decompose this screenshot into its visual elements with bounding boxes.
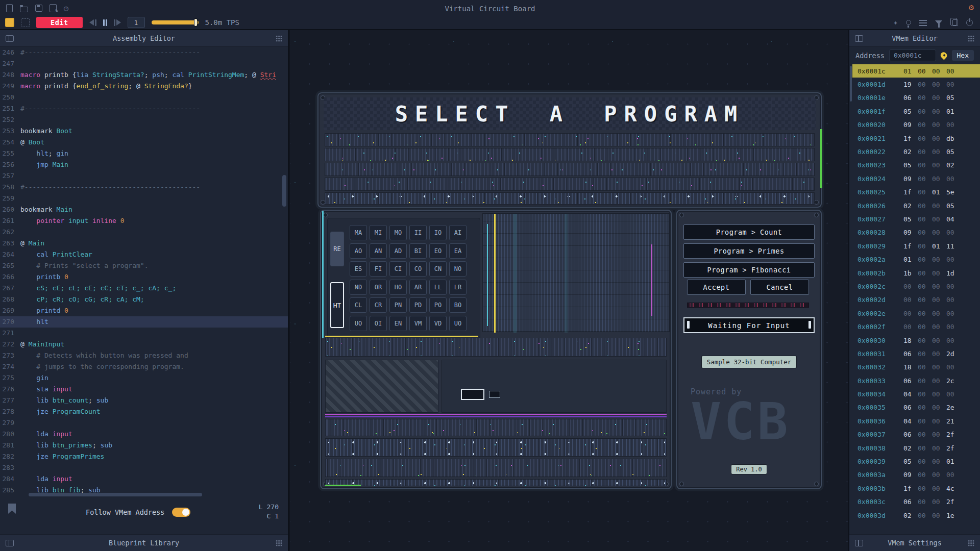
vmem-row-0x0002a[interactable]: 0x0002a01000000	[852, 253, 980, 266]
code-line-251[interactable]: 251#------------------------------------…	[0, 103, 288, 114]
keypad-key-bo-45[interactable]: BO	[449, 297, 467, 313]
keypad-key-ai-05[interactable]: AI	[449, 225, 467, 240]
program-button-0[interactable]: Program > Count	[683, 224, 815, 240]
code-line-277[interactable]: 277 lib btn_count; sub	[0, 395, 288, 406]
copy-icon[interactable]	[952, 19, 958, 26]
vmem-row-0x00039[interactable]: 0x0003905000001	[852, 455, 980, 468]
code-line-249[interactable]: 249macro printd {end_of_string; @ String…	[0, 81, 288, 92]
vmem-row-0x00022[interactable]: 0x0002202000005	[852, 145, 980, 158]
vmem-row-0x00027[interactable]: 0x0002705000004	[852, 212, 980, 226]
code-line-272[interactable]: 272@ MainInput	[0, 339, 288, 350]
keypad-key-ci-22[interactable]: CI	[389, 261, 407, 277]
keypad-key-co-23[interactable]: CO	[409, 261, 427, 277]
code-line-262[interactable]: 262	[0, 227, 288, 238]
panel-collapse-icon[interactable]	[855, 35, 863, 42]
code-line-271[interactable]: 271	[0, 328, 288, 339]
vmem-row-0x00025[interactable]: 0x000251f00015e	[852, 186, 980, 199]
vmem-row-0x00038[interactable]: 0x000380200002f	[852, 441, 980, 455]
pin-icon[interactable]	[939, 51, 948, 60]
code-line-279[interactable]: 279	[0, 417, 288, 429]
keypad-key-cr-41[interactable]: CR	[370, 297, 387, 313]
keypad-key-an-11[interactable]: AN	[370, 243, 387, 259]
code-line-252[interactable]: 252	[0, 114, 288, 126]
code-line-278[interactable]: 278 jze ProgramCount	[0, 406, 288, 417]
power-icon[interactable]	[966, 19, 973, 26]
lamp-icon[interactable]	[906, 20, 911, 25]
keypad-key-ar-33[interactable]: AR	[409, 280, 427, 295]
keypad-key-uo-50[interactable]: UO	[350, 316, 367, 331]
code-line-283[interactable]: 283	[0, 462, 288, 473]
code-line-275[interactable]: 275 gin	[0, 372, 288, 384]
keypad-key-ad-12[interactable]: AD	[389, 243, 407, 259]
keypad-key-io-04[interactable]: IO	[429, 225, 447, 240]
slider-knob[interactable]	[194, 19, 197, 26]
vmem-row-0x0002e[interactable]: 0x0002e00000000	[852, 307, 980, 320]
vmem-row-0x00021[interactable]: 0x000211f0000db	[852, 132, 980, 145]
keypad-key-eo-14[interactable]: EO	[429, 243, 447, 259]
panel-collapse-icon[interactable]	[6, 540, 14, 546]
vmem-row-0x0001f[interactable]: 0x0001f05000001	[852, 105, 980, 118]
drag-handle-icon[interactable]	[968, 35, 974, 42]
vmem-row-0x0003d[interactable]: 0x0003d0200001e	[852, 509, 980, 522]
toggle-knob[interactable]	[182, 509, 189, 516]
keypad-key-en-52[interactable]: EN	[389, 316, 407, 331]
code-line-265[interactable]: 265 # Prints "select a program".	[0, 260, 288, 271]
keypad-key-uo-55[interactable]: UO	[449, 316, 467, 331]
code-line-254[interactable]: 254@ Boot	[0, 137, 288, 148]
drag-handle-icon[interactable]	[276, 35, 282, 42]
keypad-key-oi-51[interactable]: OI	[370, 316, 387, 331]
vmem-row-0x00026[interactable]: 0x0002602000005	[852, 199, 980, 212]
vmem-row-0x00035[interactable]: 0x000350600002e	[852, 401, 980, 414]
pause-button[interactable]	[103, 19, 107, 26]
vmem-row-0x0002f[interactable]: 0x0002f00000000	[852, 320, 980, 333]
code-line-250[interactable]: 250	[0, 92, 288, 103]
code-line-273[interactable]: 273 # Detects which button was pressed a…	[0, 350, 288, 361]
vmem-row-0x00033[interactable]: 0x000330600002c	[852, 374, 980, 387]
code-line-276[interactable]: 276 sta input	[0, 384, 288, 395]
vmem-row-0x00030[interactable]: 0x0003018000000	[852, 334, 980, 347]
code-line-248[interactable]: 248macro printb {lia StringStarta?; psh;…	[0, 69, 288, 81]
code-line-253[interactable]: 253bookmark Boot	[0, 126, 288, 137]
vmem-row-0x00034[interactable]: 0x0003404000000	[852, 387, 980, 400]
vmem-row-0x0002d[interactable]: 0x0002d00000000	[852, 293, 980, 307]
vmem-row-0x0001d[interactable]: 0x0001d19000000	[852, 78, 980, 91]
code-line-256[interactable]: 256 jmp Main	[0, 159, 288, 170]
code-line-268[interactable]: 268 cP; cR; cO; cG; cR; cA; cM;	[0, 294, 288, 305]
vmem-row-0x00028[interactable]: 0x0002809000000	[852, 226, 980, 239]
code-line-255[interactable]: 255 hlt; gin	[0, 148, 288, 159]
vmem-row-0x0002c[interactable]: 0x0002c00000000	[852, 280, 980, 293]
vmem-table[interactable]: 0x0001c010000000x0001d190000000x0001e060…	[852, 64, 980, 534]
keypad-key-vd-54[interactable]: VD	[429, 316, 447, 331]
code-line-280[interactable]: 280 lda input	[0, 429, 288, 440]
keypad-key-lr-35[interactable]: LR	[449, 280, 467, 295]
code-line-260[interactable]: 260bookmark Main	[0, 204, 288, 215]
hex-mode-button[interactable]: Hex	[952, 50, 974, 61]
keypad-key-mi-01[interactable]: MI	[370, 225, 387, 240]
code-line-266[interactable]: 266 printb 0	[0, 271, 288, 283]
program-button-2[interactable]: Program > Fibonacci	[683, 262, 815, 278]
step-count-box[interactable]: 1	[128, 17, 145, 28]
code-line-246[interactable]: 246#------------------------------------…	[0, 47, 288, 58]
code-line-267[interactable]: 267 cS; cE; cL; cE; cC; cT; c_; cA; c_;	[0, 283, 288, 294]
vmem-row-0x00029[interactable]: 0x000291f000111	[852, 239, 980, 253]
keypad-key-ho-32[interactable]: HO	[389, 280, 407, 295]
vmem-row-0x00023[interactable]: 0x0002305000002	[852, 159, 980, 172]
layers-icon[interactable]	[919, 19, 927, 26]
code-line-284[interactable]: 284 lda input	[0, 473, 288, 485]
keypad-key-ao-10[interactable]: AO	[350, 243, 367, 259]
keypad-key-cl-40[interactable]: CL	[350, 297, 367, 313]
drag-handle-icon[interactable]	[968, 540, 974, 546]
code-line-263[interactable]: 263@ Main	[0, 238, 288, 249]
keypad-key-pn-42[interactable]: PN	[389, 297, 407, 313]
vmem-row-0x00024[interactable]: 0x0002409000000	[852, 172, 980, 185]
keypad-key-ii-03[interactable]: II	[409, 225, 427, 240]
vertical-scrollbar[interactable]	[282, 175, 286, 207]
address-input[interactable]: 0x0001c	[889, 49, 936, 61]
step-back-button[interactable]	[89, 19, 96, 26]
code-line-257[interactable]: 257	[0, 170, 288, 182]
horizontal-scrollbar[interactable]	[29, 493, 202, 496]
tps-slider[interactable]	[152, 20, 199, 24]
selection-tool-icon[interactable]	[21, 18, 30, 27]
code-editor[interactable]: 246#------------------------------------…	[0, 47, 288, 497]
vmem-row-0x0003c[interactable]: 0x0003c0600002f	[852, 495, 980, 509]
